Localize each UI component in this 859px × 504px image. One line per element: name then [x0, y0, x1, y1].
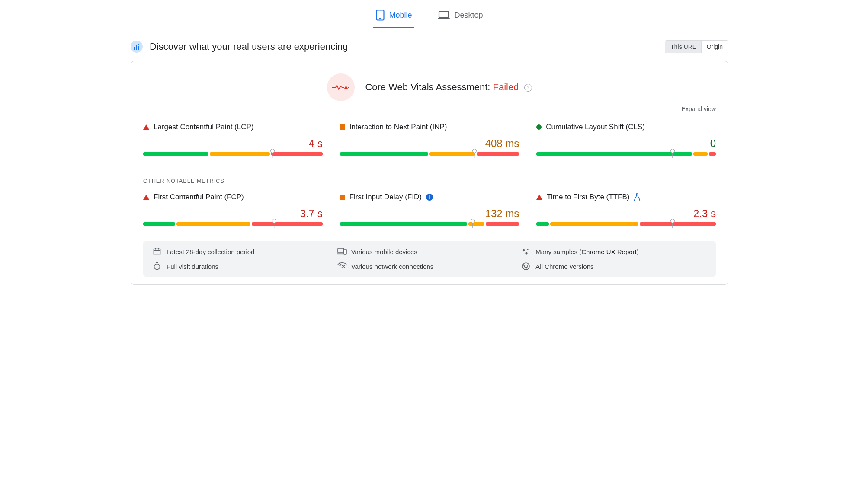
svg-marker-8	[344, 86, 348, 89]
tab-mobile[interactable]: Mobile	[373, 5, 414, 28]
svg-rect-2	[439, 11, 449, 17]
svg-point-18	[527, 249, 529, 250]
info-devices: Various mobile devices	[337, 247, 522, 256]
metric-ttfb-bar	[536, 222, 716, 226]
expand-view-link[interactable]: Expand view	[682, 105, 716, 112]
metric-cls-bar	[536, 152, 716, 156]
info-network-text: Various network connections	[351, 263, 434, 270]
svg-rect-3	[438, 18, 450, 19]
metric-fid-link[interactable]: First Input Delay (FID)	[349, 193, 422, 201]
desktop-icon	[438, 10, 450, 20]
svg-point-17	[523, 249, 525, 251]
svg-rect-10	[154, 249, 160, 255]
svg-rect-5	[136, 45, 137, 50]
toggle-this-url[interactable]: This URL	[665, 41, 701, 53]
bar-marker	[270, 149, 275, 153]
metric-cls: Cumulative Layout Shift (CLS) 0	[536, 123, 716, 156]
section-header: Discover what your real users are experi…	[131, 40, 728, 53]
mobile-icon	[376, 10, 385, 21]
info-chrome-text: All Chrome versions	[535, 263, 593, 270]
metric-fid: First Input Delay (FID) i 132 ms	[340, 193, 519, 226]
collection-info: Latest 28-day collection period Various …	[143, 241, 716, 277]
bar-marker	[472, 149, 477, 153]
metric-fcp-value: 3.7 s	[300, 207, 323, 220]
tab-desktop[interactable]: Desktop	[435, 5, 485, 28]
svg-rect-16	[344, 249, 346, 254]
divider	[143, 168, 716, 168]
svg-rect-14	[338, 248, 344, 253]
stopwatch-icon	[153, 262, 161, 271]
tab-desktop-label: Desktop	[454, 11, 483, 20]
svg-rect-13	[158, 248, 159, 250]
svg-rect-6	[138, 46, 139, 50]
bar-marker	[471, 219, 475, 223]
info-devices-text: Various mobile devices	[351, 248, 417, 255]
triangle-poor-icon	[143, 195, 149, 200]
flask-experimental-icon[interactable]	[634, 193, 641, 201]
tab-mobile-label: Mobile	[389, 11, 412, 20]
chrome-ux-report-link[interactable]: Chrome UX Report	[581, 248, 637, 255]
metric-fcp: First Contentful Paint (FCP) 3.7 s	[143, 193, 323, 226]
core-metrics-grid: Largest Contentful Paint (LCP) 4 s Inter…	[143, 123, 716, 156]
square-needs-improvement-icon	[340, 195, 345, 200]
metric-fid-value: 132 ms	[485, 207, 519, 220]
metric-inp-bar	[340, 152, 519, 156]
info-durations: Full visit durations	[153, 262, 337, 271]
square-needs-improvement-icon	[340, 124, 345, 130]
svg-point-7	[138, 44, 139, 45]
devices-icon	[337, 247, 346, 256]
circle-good-icon	[536, 124, 542, 130]
info-period-text: Latest 28-day collection period	[167, 248, 254, 255]
svg-rect-12	[155, 248, 156, 250]
help-icon[interactable]: ?	[524, 84, 532, 92]
svg-rect-15	[337, 254, 344, 255]
metric-fcp-link[interactable]: First Contentful Paint (FCP)	[154, 193, 244, 201]
other-metrics-title: OTHER NOTABLE METRICS	[143, 178, 716, 184]
svg-rect-1	[379, 18, 381, 19]
metric-inp-link[interactable]: Interaction to Next Paint (INP)	[349, 123, 447, 131]
metric-inp: Interaction to Next Paint (INP) 408 ms	[340, 123, 519, 156]
network-icon	[337, 262, 346, 271]
svg-rect-4	[134, 47, 135, 50]
vitals-card: Core Web Vitals Assessment: Failed ? Exp…	[131, 61, 728, 285]
info-durations-text: Full visit durations	[167, 263, 218, 270]
info-chrome: All Chrome versions	[522, 262, 706, 271]
metric-cls-value: 0	[710, 137, 716, 150]
device-tabs: Mobile Desktop	[131, 5, 728, 28]
toggle-origin[interactable]: Origin	[701, 41, 728, 53]
bar-marker	[670, 149, 675, 153]
metric-fid-bar	[340, 222, 519, 226]
svg-point-19	[526, 252, 528, 254]
assessment-status: Failed	[493, 82, 519, 93]
chrome-icon	[522, 262, 530, 271]
metric-lcp-bar	[143, 152, 323, 156]
other-metrics-grid: First Contentful Paint (FCP) 3.7 s First…	[143, 193, 716, 226]
metric-ttfb: Time to First Byte (TTFB) 2.3 s	[536, 193, 716, 226]
assessment-banner: Core Web Vitals Assessment: Failed ?	[143, 73, 716, 101]
metric-lcp-value: 4 s	[309, 137, 323, 150]
bar-marker	[272, 219, 276, 223]
info-samples-suffix: )	[637, 248, 639, 255]
triangle-poor-icon	[143, 124, 149, 130]
metric-lcp: Largest Contentful Paint (LCP) 4 s	[143, 123, 323, 156]
metric-inp-value: 408 ms	[485, 137, 519, 150]
info-network: Various network connections	[337, 262, 522, 271]
section-title: Discover what your real users are experi…	[150, 41, 348, 52]
metric-ttfb-value: 2.3 s	[693, 207, 716, 220]
scatter-icon	[522, 247, 530, 256]
metric-ttfb-link[interactable]: Time to First Byte (TTFB)	[547, 193, 629, 201]
triangle-poor-icon	[536, 195, 542, 200]
crux-icon	[131, 41, 143, 53]
metric-fcp-bar	[143, 222, 323, 226]
pulse-fail-icon	[327, 73, 355, 101]
info-samples: Many samples (Chrome UX Report)	[522, 247, 706, 256]
bar-marker	[670, 219, 675, 223]
assessment-label: Core Web Vitals Assessment:	[365, 82, 490, 93]
metric-cls-link[interactable]: Cumulative Layout Shift (CLS)	[546, 123, 645, 131]
scope-toggle: This URL Origin	[665, 40, 728, 53]
info-icon[interactable]: i	[426, 194, 433, 201]
svg-rect-9	[348, 87, 349, 88]
svg-point-24	[341, 267, 343, 268]
metric-lcp-link[interactable]: Largest Contentful Paint (LCP)	[154, 123, 254, 131]
info-period: Latest 28-day collection period	[153, 247, 337, 256]
